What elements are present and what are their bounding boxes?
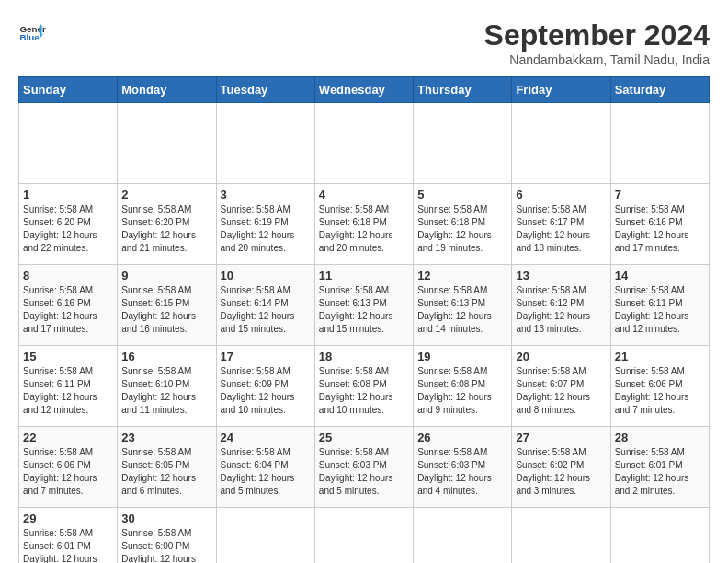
day-number: 6 <box>516 188 606 201</box>
day-info: Sunrise: 5:58 AM Sunset: 6:09 PM Dayligh… <box>221 365 311 417</box>
day-info: Sunrise: 5:58 AM Sunset: 6:19 PM Dayligh… <box>221 203 311 255</box>
day-info: Sunrise: 5:58 AM Sunset: 6:04 PM Dayligh… <box>221 446 311 498</box>
day-cell: 28Sunrise: 5:58 AM Sunset: 6:01 PM Dayli… <box>610 427 709 508</box>
day-cell: 10Sunrise: 5:58 AM Sunset: 6:14 PM Dayli… <box>216 265 314 346</box>
day-info: Sunrise: 5:58 AM Sunset: 6:08 PM Dayligh… <box>417 365 507 417</box>
day-info: Sunrise: 5:58 AM Sunset: 6:03 PM Dayligh… <box>417 446 507 498</box>
day-info: Sunrise: 5:58 AM Sunset: 6:13 PM Dayligh… <box>417 284 507 336</box>
day-info: Sunrise: 5:58 AM Sunset: 6:16 PM Dayligh… <box>23 284 113 336</box>
day-cell: 17Sunrise: 5:58 AM Sunset: 6:09 PM Dayli… <box>216 346 314 427</box>
day-number: 20 <box>516 350 606 363</box>
day-cell <box>314 508 413 564</box>
day-number: 12 <box>417 269 507 282</box>
col-header-sunday: Sunday <box>19 77 118 103</box>
day-info: Sunrise: 5:58 AM Sunset: 6:14 PM Dayligh… <box>221 284 311 336</box>
day-number: 18 <box>319 350 409 363</box>
day-cell <box>414 508 512 564</box>
day-cell: 8Sunrise: 5:58 AM Sunset: 6:16 PM Daylig… <box>19 265 118 346</box>
day-cell: 21Sunrise: 5:58 AM Sunset: 6:06 PM Dayli… <box>610 346 709 427</box>
day-cell: 13Sunrise: 5:58 AM Sunset: 6:12 PM Dayli… <box>512 265 610 346</box>
day-cell: 4Sunrise: 5:58 AM Sunset: 6:18 PM Daylig… <box>314 184 413 265</box>
day-number: 8 <box>23 269 113 282</box>
day-cell: 11Sunrise: 5:58 AM Sunset: 6:13 PM Dayli… <box>314 265 413 346</box>
day-cell: 18Sunrise: 5:58 AM Sunset: 6:08 PM Dayli… <box>314 346 413 427</box>
day-info: Sunrise: 5:58 AM Sunset: 6:08 PM Dayligh… <box>319 365 409 417</box>
day-number: 30 <box>121 511 211 525</box>
logo: General Blue <box>18 18 46 46</box>
calendar-table: SundayMondayTuesdayWednesdayThursdayFrid… <box>18 76 710 563</box>
day-cell: 30Sunrise: 5:58 AM Sunset: 6:00 PM Dayli… <box>118 508 216 564</box>
day-cell <box>512 103 610 184</box>
day-cell <box>414 103 512 184</box>
day-cell: 16Sunrise: 5:58 AM Sunset: 6:10 PM Dayli… <box>118 346 216 427</box>
day-cell: 25Sunrise: 5:58 AM Sunset: 6:03 PM Dayli… <box>314 427 413 508</box>
day-number: 16 <box>121 350 211 363</box>
svg-text:Blue: Blue <box>20 32 40 42</box>
week-row-6: 29Sunrise: 5:58 AM Sunset: 6:01 PM Dayli… <box>19 508 710 564</box>
day-info: Sunrise: 5:58 AM Sunset: 6:12 PM Dayligh… <box>516 284 606 336</box>
day-cell: 3Sunrise: 5:58 AM Sunset: 6:19 PM Daylig… <box>216 184 314 265</box>
day-info: Sunrise: 5:58 AM Sunset: 6:16 PM Dayligh… <box>615 203 705 255</box>
day-number: 22 <box>23 431 113 444</box>
day-number: 5 <box>417 188 507 201</box>
day-number: 1 <box>23 188 113 201</box>
day-cell <box>512 508 610 564</box>
day-number: 28 <box>615 431 705 444</box>
day-number: 23 <box>121 431 211 444</box>
day-cell: 20Sunrise: 5:58 AM Sunset: 6:07 PM Dayli… <box>512 346 610 427</box>
day-number: 14 <box>615 269 705 282</box>
week-row-3: 8Sunrise: 5:58 AM Sunset: 6:16 PM Daylig… <box>19 265 710 346</box>
day-info: Sunrise: 5:58 AM Sunset: 6:07 PM Dayligh… <box>516 365 606 417</box>
day-cell <box>314 103 413 184</box>
day-number: 21 <box>615 350 705 363</box>
day-cell: 26Sunrise: 5:58 AM Sunset: 6:03 PM Dayli… <box>414 427 512 508</box>
week-row-4: 15Sunrise: 5:58 AM Sunset: 6:11 PM Dayli… <box>19 346 710 427</box>
day-info: Sunrise: 5:58 AM Sunset: 6:20 PM Dayligh… <box>121 203 211 255</box>
day-cell: 2Sunrise: 5:58 AM Sunset: 6:20 PM Daylig… <box>118 184 216 265</box>
day-info: Sunrise: 5:58 AM Sunset: 6:18 PM Dayligh… <box>417 203 507 255</box>
day-cell: 15Sunrise: 5:58 AM Sunset: 6:11 PM Dayli… <box>19 346 118 427</box>
day-number: 4 <box>319 188 409 201</box>
day-cell <box>610 103 709 184</box>
day-info: Sunrise: 5:58 AM Sunset: 6:18 PM Dayligh… <box>319 203 409 255</box>
day-info: Sunrise: 5:58 AM Sunset: 6:05 PM Dayligh… <box>121 446 211 498</box>
day-cell: 24Sunrise: 5:58 AM Sunset: 6:04 PM Dayli… <box>216 427 314 508</box>
logo-icon: General Blue <box>18 18 46 46</box>
day-number: 15 <box>23 350 113 363</box>
day-cell <box>19 103 118 184</box>
week-row-2: 1Sunrise: 5:58 AM Sunset: 6:20 PM Daylig… <box>19 184 710 265</box>
day-cell: 1Sunrise: 5:58 AM Sunset: 6:20 PM Daylig… <box>19 184 118 265</box>
col-header-monday: Monday <box>118 77 216 103</box>
day-info: Sunrise: 5:58 AM Sunset: 6:20 PM Dayligh… <box>23 203 113 255</box>
day-number: 9 <box>121 269 211 282</box>
day-info: Sunrise: 5:58 AM Sunset: 6:03 PM Dayligh… <box>319 446 409 498</box>
day-cell <box>216 103 314 184</box>
page-header: General Blue September 2024 Nandambakkam… <box>18 18 710 67</box>
day-info: Sunrise: 5:58 AM Sunset: 6:01 PM Dayligh… <box>615 446 705 498</box>
day-info: Sunrise: 5:58 AM Sunset: 6:10 PM Dayligh… <box>121 365 211 417</box>
title-area: September 2024 Nandambakkam, Tamil Nadu,… <box>484 18 710 67</box>
day-cell: 23Sunrise: 5:58 AM Sunset: 6:05 PM Dayli… <box>118 427 216 508</box>
col-header-friday: Friday <box>512 77 610 103</box>
day-cell: 12Sunrise: 5:58 AM Sunset: 6:13 PM Dayli… <box>414 265 512 346</box>
day-info: Sunrise: 5:58 AM Sunset: 6:13 PM Dayligh… <box>319 284 409 336</box>
location-subtitle: Nandambakkam, Tamil Nadu, India <box>484 52 710 67</box>
day-number: 19 <box>417 350 507 363</box>
day-info: Sunrise: 5:58 AM Sunset: 6:11 PM Dayligh… <box>615 284 705 336</box>
day-cell: 7Sunrise: 5:58 AM Sunset: 6:16 PM Daylig… <box>610 184 709 265</box>
col-header-wednesday: Wednesday <box>314 77 413 103</box>
day-number: 2 <box>121 188 211 201</box>
day-number: 25 <box>319 431 409 444</box>
day-number: 10 <box>221 269 311 282</box>
day-number: 26 <box>417 431 507 444</box>
week-row-1 <box>19 103 710 184</box>
day-info: Sunrise: 5:58 AM Sunset: 6:11 PM Dayligh… <box>23 365 113 417</box>
week-row-5: 22Sunrise: 5:58 AM Sunset: 6:06 PM Dayli… <box>19 427 710 508</box>
day-info: Sunrise: 5:58 AM Sunset: 6:06 PM Dayligh… <box>23 446 113 498</box>
day-info: Sunrise: 5:58 AM Sunset: 6:06 PM Dayligh… <box>615 365 705 417</box>
day-number: 24 <box>221 431 311 444</box>
day-cell: 27Sunrise: 5:58 AM Sunset: 6:02 PM Dayli… <box>512 427 610 508</box>
day-cell: 6Sunrise: 5:58 AM Sunset: 6:17 PM Daylig… <box>512 184 610 265</box>
day-info: Sunrise: 5:58 AM Sunset: 6:17 PM Dayligh… <box>516 203 606 255</box>
day-cell: 22Sunrise: 5:58 AM Sunset: 6:06 PM Dayli… <box>19 427 118 508</box>
